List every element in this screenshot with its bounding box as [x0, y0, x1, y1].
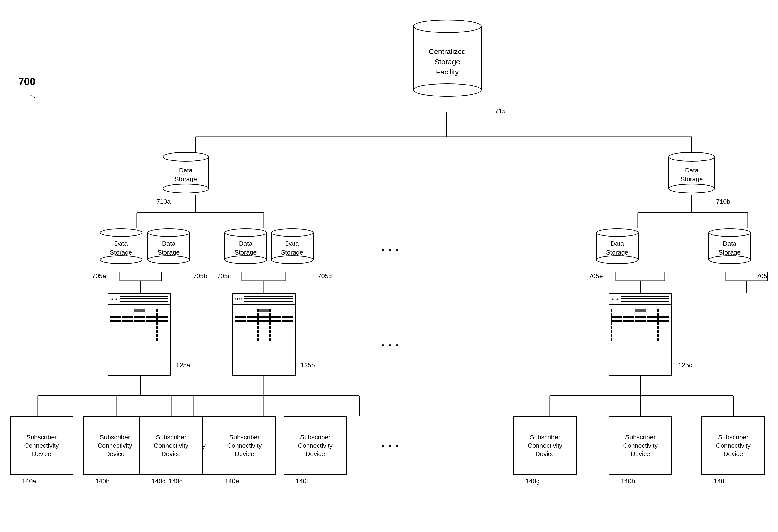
label-140h: 140h	[621, 477, 635, 485]
label-140i-text: SubscriberConnectivityDevice	[716, 433, 751, 458]
label-140b-text: SubscriberConnectivityDevice	[97, 433, 132, 458]
diagram-label: 700	[18, 76, 35, 87]
data-storage-705b: DataStorage	[143, 229, 194, 264]
label-140f-text: SubscriberConnectivityDevice	[298, 433, 333, 458]
label-705a: 705a	[92, 272, 106, 280]
label-140g: 140g	[526, 477, 540, 485]
data-storage-710a: DataStorage	[158, 152, 214, 193]
label-140a-text: SubscriberConnectivityDevice	[24, 433, 59, 458]
server-125c	[609, 293, 672, 376]
label-140i: 140i	[714, 477, 726, 485]
data-storage-705a: DataStorage	[95, 229, 147, 264]
label-140d-text: SubscriberConnectivityDevice	[154, 433, 188, 458]
ellipsis-mid-mid: . . .	[381, 335, 399, 349]
data-storage-705d: DataStorage	[266, 229, 318, 264]
label-710b: 710b	[716, 198, 730, 205]
ellipsis-mid-top: . . .	[381, 239, 399, 254]
subscriber-140b: SubscriberConnectivityDevice	[83, 417, 147, 475]
subscriber-140d: SubscriberConnectivityDevice	[139, 417, 203, 475]
subscriber-140i: SubscriberConnectivityDevice	[701, 417, 765, 475]
data-storage-705e: DataStorage	[592, 229, 643, 264]
label-140h-text: SubscriberConnectivityDevice	[623, 433, 658, 458]
label-705e: 705e	[589, 272, 603, 280]
subscriber-140g: SubscriberConnectivityDevice	[513, 417, 577, 475]
ellipsis-mid-bot: . . .	[381, 435, 399, 449]
label-140f: 140f	[296, 477, 308, 485]
centralized-storage-cylinder: CentralizedStorageFacility	[407, 19, 488, 97]
label-140c: 140c	[169, 477, 182, 485]
label-125c: 125c	[678, 361, 692, 369]
arrow-indicator: →	[26, 89, 41, 104]
label-140d: 140d	[152, 477, 166, 485]
label-140e-text: SubscriberConnectivityDevice	[227, 433, 262, 458]
label-715: 715	[495, 107, 505, 115]
server-125a	[107, 293, 171, 376]
label-705f: 705f	[757, 272, 769, 280]
label-125a: 125a	[176, 361, 190, 369]
subscriber-140f: SubscriberConnectivityDevice	[284, 417, 347, 475]
data-storage-710b: DataStorage	[664, 152, 720, 193]
label-140e: 140e	[225, 477, 239, 485]
centralized-storage-label: CentralizedStorageFacility	[429, 47, 466, 77]
label-705d: 705d	[318, 272, 332, 280]
label-140b: 140b	[95, 477, 109, 485]
subscriber-140a: SubscriberConnectivityDevice	[10, 417, 73, 475]
server-125b	[232, 293, 296, 376]
label-705c: 705c	[217, 272, 231, 280]
subscriber-140h: SubscriberConnectivityDevice	[609, 417, 672, 475]
label-140g-text: SubscriberConnectivityDevice	[528, 433, 562, 458]
label-710a: 710a	[156, 198, 171, 205]
label-125b: 125b	[301, 361, 315, 369]
subscriber-140e: SubscriberConnectivityDevice	[213, 417, 276, 475]
label-705b: 705b	[193, 272, 207, 280]
data-storage-705f: DataStorage	[704, 229, 755, 264]
label-140a: 140a	[22, 477, 36, 485]
data-storage-705c: DataStorage	[220, 229, 271, 264]
